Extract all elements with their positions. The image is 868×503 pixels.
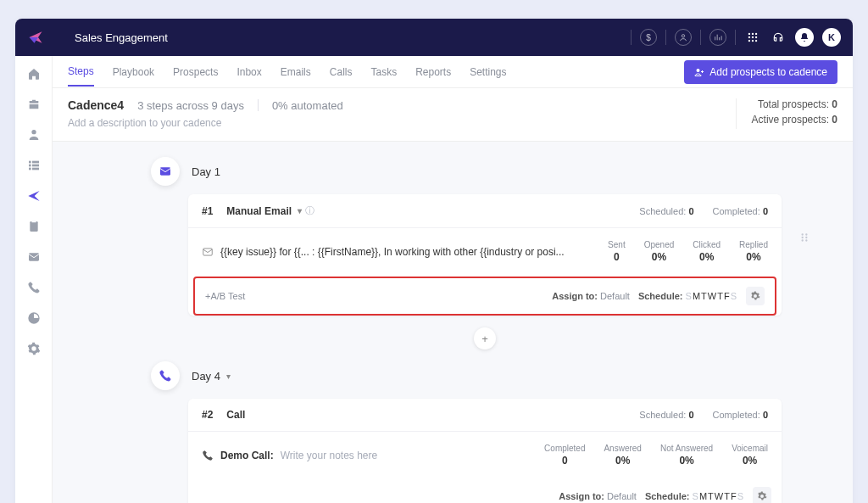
tab-prospects[interactable]: Prospects: [173, 66, 218, 78]
svg-point-1: [748, 33, 750, 35]
completed-label: Completed:: [713, 206, 760, 216]
metric-replied: Replied0%: [739, 240, 768, 263]
day1-label: Day 1: [192, 165, 220, 178]
notifications-icon[interactable]: [795, 28, 814, 47]
completed-label: Completed:: [713, 410, 760, 420]
tab-inbox[interactable]: Inbox: [236, 66, 261, 78]
divider: [735, 30, 736, 45]
tab-reports[interactable]: Reports: [415, 66, 451, 78]
svg-point-6: [755, 36, 757, 38]
assign-label: Assign to:: [559, 491, 604, 501]
cadence-automated: 0% automated: [272, 99, 343, 112]
sub-tabs: Steps Playbook Prospects Inbox Emails Ca…: [53, 56, 853, 88]
cadence-name[interactable]: Cadence4: [68, 98, 124, 112]
email-step-icon: [151, 157, 180, 186]
day4-label[interactable]: Day 4: [192, 370, 231, 383]
tab-calls[interactable]: Calls: [330, 66, 353, 78]
step2-scheduled: 0: [688, 410, 693, 420]
total-prospects-value: 0: [832, 98, 837, 110]
ab-test-link[interactable]: +A/B Test: [205, 291, 245, 301]
info-icon[interactable]: ⓘ: [305, 204, 314, 217]
envelope-icon: [202, 246, 214, 258]
metric-voicemail: Voicemail0%: [732, 444, 768, 467]
clipboard-icon[interactable]: [26, 219, 42, 234]
total-prospects-label: Total prospects:: [758, 98, 829, 110]
svg-point-3: [755, 33, 757, 35]
tab-settings[interactable]: Settings: [470, 66, 506, 78]
gear-icon[interactable]: [26, 341, 42, 356]
dollar-icon[interactable]: $: [640, 29, 657, 46]
dialpad-icon[interactable]: [744, 29, 761, 46]
divider: [700, 30, 701, 45]
step2-number: #2: [202, 409, 213, 421]
svg-point-9: [755, 40, 757, 42]
step2-note-placeholder: Write your notes here: [281, 450, 378, 461]
assign-value[interactable]: Default: [607, 491, 637, 501]
step2-card[interactable]: #2 Call Scheduled: 0 Completed: 0 Demo C…: [188, 399, 782, 503]
scheduled-label: Scheduled:: [639, 410, 686, 420]
user-icon[interactable]: [675, 29, 692, 46]
schedule-days[interactable]: SMTWTFS: [693, 491, 744, 501]
add-prospects-button[interactable]: Add prospects to cadence: [684, 60, 837, 84]
svg-point-7: [748, 40, 750, 42]
svg-point-20: [697, 69, 700, 72]
user-avatar[interactable]: K: [822, 28, 841, 47]
cadence-icon[interactable]: [26, 188, 42, 204]
step1-completed: 0: [763, 206, 768, 216]
metric-opened: Opened0%: [644, 240, 675, 263]
day4-header: Day 4: [151, 361, 782, 390]
home-icon[interactable]: [26, 66, 42, 81]
svg-rect-14: [32, 165, 39, 167]
active-prospects-label: Active prospects:: [752, 114, 829, 126]
cadence-desc-placeholder[interactable]: Add a description to your cadence: [68, 117, 736, 129]
cadence-header: Cadence4 3 steps across 9 days 0% automa…: [53, 88, 853, 142]
svg-point-23: [805, 233, 807, 235]
tab-emails[interactable]: Emails: [281, 66, 311, 78]
chart-icon[interactable]: [709, 29, 726, 46]
add-step-button[interactable]: +: [474, 327, 496, 349]
metric-not-answered: Not Answered0%: [660, 444, 713, 467]
svg-point-4: [748, 36, 750, 38]
assign-value[interactable]: Default: [600, 291, 630, 301]
step1-number: #1: [202, 205, 213, 217]
step2-type[interactable]: Call: [226, 409, 245, 421]
step-settings-icon[interactable]: [753, 487, 771, 503]
brand-title: Sales Engagement: [75, 31, 168, 44]
metric-clicked: Clicked0%: [693, 240, 721, 263]
left-rail: [15, 56, 53, 503]
svg-point-2: [752, 33, 754, 35]
svg-point-22: [802, 233, 804, 235]
step-settings-icon[interactable]: [746, 287, 765, 305]
phone-icon[interactable]: [26, 280, 42, 295]
svg-point-26: [802, 239, 804, 241]
step1-subject-text: {{key issue}} for {{... : {{FirstName}},…: [220, 246, 565, 258]
briefcase-icon[interactable]: [26, 97, 42, 112]
schedule-days[interactable]: SMTWTFS: [686, 291, 737, 301]
step2-call-title: Demo Call:: [220, 450, 274, 461]
person-icon[interactable]: [26, 127, 42, 143]
drag-handle-icon[interactable]: [798, 232, 810, 243]
step1-footer-highlighted: +A/B Test Assign to: Default Schedule: S…: [193, 277, 776, 316]
step1-type[interactable]: Manual Email: [226, 205, 302, 217]
schedule-label: Schedule:: [638, 291, 683, 301]
step2-title[interactable]: Demo Call: Write your notes here: [202, 450, 544, 461]
tab-playbook[interactable]: Playbook: [113, 66, 154, 78]
svg-rect-16: [32, 168, 39, 170]
svg-point-8: [752, 40, 754, 42]
list-icon[interactable]: [26, 158, 42, 173]
headset-icon[interactable]: [770, 29, 787, 46]
svg-rect-12: [32, 161, 39, 164]
app-logo[interactable]: [27, 29, 44, 46]
svg-point-5: [752, 36, 754, 38]
svg-rect-21: [160, 167, 170, 175]
mail-icon[interactable]: [26, 249, 42, 265]
tab-tasks[interactable]: Tasks: [370, 66, 397, 78]
tab-steps[interactable]: Steps: [68, 65, 94, 87]
step1-card[interactable]: #1 Manual Email ⓘ Scheduled: 0 Completed…: [188, 194, 782, 316]
metric-sent: Sent0: [608, 240, 626, 263]
main-content: Steps Playbook Prospects Inbox Emails Ca…: [53, 56, 853, 503]
step1-subject[interactable]: {{key issue}} for {{... : {{FirstName}},…: [202, 246, 608, 258]
divider: [665, 30, 666, 45]
pie-icon[interactable]: [26, 310, 42, 326]
metric-answered: Answered0%: [604, 444, 641, 467]
